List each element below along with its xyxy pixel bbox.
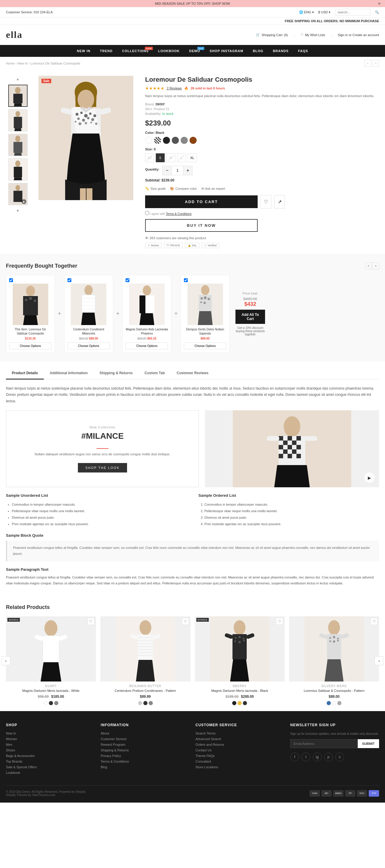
fbt-choose-1[interactable]: Choose Options — [9, 343, 52, 349]
gallery-up-arrow[interactable]: ▲ — [15, 76, 21, 82]
prev-product[interactable]: ‹ — [364, 60, 371, 67]
swatch-stripe[interactable] — [154, 137, 161, 144]
thumb-1[interactable] — [8, 85, 28, 107]
footer-link-search-terms[interactable]: Search Terms — [196, 732, 284, 735]
swatch[interactable] — [138, 701, 142, 705]
swatch[interactable] — [238, 701, 242, 705]
fbt-checkbox-3[interactable] — [125, 278, 129, 282]
terms-checkbox[interactable] — [145, 211, 149, 215]
swatch[interactable] — [337, 701, 342, 705]
footer-link-theme-faqs[interactable]: Theme FAQs — [196, 754, 284, 757]
swatch[interactable] — [327, 701, 331, 705]
video-play-button[interactable]: ▶ — [364, 472, 375, 483]
compare-color-link[interactable]: 🎨 Compare color — [170, 187, 197, 191]
fbt-choose-3[interactable]: Choose Options — [125, 343, 168, 349]
swatch[interactable] — [149, 701, 153, 705]
tab-reviews[interactable]: Customer Reviews — [171, 367, 214, 379]
nav-item-blog[interactable]: BLOG — [248, 45, 268, 57]
swatch[interactable] — [143, 701, 147, 705]
swatch[interactable] — [332, 701, 336, 705]
related-wishlist-2[interactable]: ♡ — [182, 618, 189, 625]
buy-now-button[interactable]: BUY IT NOW — [145, 219, 258, 232]
nav-item-trend[interactable]: TREND — [95, 45, 117, 57]
footer-link-bags[interactable]: Bags & Accessories — [6, 754, 95, 757]
footer-link-new-in[interactable]: New In — [6, 732, 95, 735]
related-prev[interactable]: ‹ — [1, 656, 10, 665]
review-count[interactable]: 2 Reviews — [167, 87, 182, 90]
announcement-close[interactable]: × — [378, 1, 381, 6]
footer-link-reward[interactable]: Reward Program — [101, 743, 189, 746]
size-guide-link[interactable]: 📏 Size guide — [145, 187, 166, 191]
fbt-choose-4[interactable]: Choose Options — [184, 343, 226, 349]
footer-link-lookbook[interactable]: Lookbook — [6, 771, 95, 774]
thumb-5[interactable]: ▶ — [8, 183, 28, 205]
related-next[interactable]: › — [375, 656, 384, 665]
swatch-black[interactable] — [163, 137, 170, 144]
twitter-icon[interactable]: t — [301, 752, 310, 762]
terms-link[interactable]: Terms & Conditions — [166, 212, 191, 216]
fbt-checkbox-2[interactable] — [67, 278, 71, 282]
size-m[interactable]: M — [167, 153, 175, 162]
size-xl[interactable]: XL — [188, 153, 197, 162]
fbt-choose-2[interactable]: Choose Options — [67, 343, 110, 349]
ask-expert-link[interactable]: ✉ Ask an expert — [201, 187, 225, 191]
footer-link-terms[interactable]: Terms & Conditions — [101, 760, 189, 763]
search-icon[interactable]: 🔍 — [375, 10, 379, 14]
footer-link-consultant[interactable]: Consultant — [196, 760, 284, 763]
fbt-checkbox-1[interactable] — [9, 278, 13, 282]
fbt-prev[interactable]: ‹ — [365, 262, 372, 270]
nav-item-demo[interactable]: DEMOhot — [184, 45, 205, 57]
size-l[interactable]: L — [177, 153, 186, 162]
breadcrumb-new-in[interactable]: New In — [18, 62, 28, 65]
gallery-down-arrow[interactable]: ▼ — [15, 208, 21, 214]
related-wishlist-4[interactable]: ♡ — [371, 618, 378, 625]
footer-link-store-locations[interactable]: Store Locations — [196, 765, 284, 769]
swatch-darkgray[interactable] — [172, 137, 179, 144]
swatch-brown[interactable] — [189, 137, 197, 144]
nav-item-instagram[interactable]: SHOP INSTAGRAM — [205, 45, 248, 57]
swatch-white[interactable] — [145, 137, 152, 144]
fbt-next[interactable]: › — [373, 262, 379, 270]
add-all-to-cart-button[interactable]: Add All To Cart — [235, 310, 265, 324]
tab-product-details[interactable]: Product Details — [6, 367, 44, 379]
footer-link-privacy[interactable]: Privacy Policy — [101, 754, 189, 757]
facebook-icon[interactable]: f — [290, 752, 299, 762]
swatch-gray[interactable] — [181, 137, 188, 144]
tab-shipping-returns[interactable]: Shipping & Returns — [94, 367, 139, 379]
cart-icon-group[interactable]: 🛒 Shopping Cart (0) — [256, 33, 288, 37]
swatch[interactable] — [54, 701, 58, 705]
wishlist-button[interactable]: ♡ — [261, 195, 271, 209]
nav-item-lookbook[interactable]: LOOKBOOK — [153, 45, 184, 57]
newsletter-input[interactable] — [290, 739, 358, 748]
footer-link-orders[interactable]: Orders and Returns — [196, 743, 284, 746]
swatch[interactable] — [243, 701, 247, 705]
nav-item-collections[interactable]: COLLECTIONSnew — [117, 45, 153, 57]
footer-link-shoes[interactable]: Shoes — [6, 748, 95, 752]
footer-link-blog[interactable]: Blog — [101, 765, 189, 769]
footer-link-about[interactable]: About — [101, 732, 189, 735]
nav-item-brands[interactable]: BRANDS — [268, 45, 293, 57]
swatch[interactable] — [49, 701, 53, 705]
tab-additional-info[interactable]: Additional Information — [44, 367, 94, 379]
swatch[interactable] — [43, 701, 48, 705]
sign-in-link[interactable]: Sign in or Create an account — [338, 33, 379, 37]
shop-look-button[interactable]: SHOP THE LOOK — [78, 463, 127, 472]
logo[interactable]: ella — [6, 29, 23, 40]
newsletter-submit[interactable]: SUBMIT — [358, 739, 379, 748]
tab-custom[interactable]: Custom Tab — [139, 367, 171, 379]
qty-input[interactable] — [172, 166, 183, 175]
share-button[interactable]: ↗ — [274, 195, 285, 209]
qty-decrease[interactable]: − — [162, 166, 172, 175]
related-wishlist-3[interactable]: ♡ — [276, 618, 283, 625]
related-wishlist-1[interactable]: ♡ — [87, 618, 94, 625]
footer-link-men[interactable]: Men — [6, 743, 95, 746]
footer-link-sale[interactable]: Sale & Special Offers — [6, 765, 95, 769]
thumb-3[interactable] — [8, 134, 28, 156]
currency-selector[interactable]: $ USD ▾ — [318, 10, 330, 14]
qty-increase[interactable]: + — [183, 166, 192, 175]
nav-item-faqs[interactable]: FAQS — [293, 45, 313, 57]
swatch[interactable] — [232, 701, 236, 705]
pinterest-icon[interactable]: p — [324, 752, 333, 762]
next-product[interactable]: › — [373, 60, 379, 67]
footer-link-customer-service[interactable]: Customer Service — [101, 737, 189, 741]
